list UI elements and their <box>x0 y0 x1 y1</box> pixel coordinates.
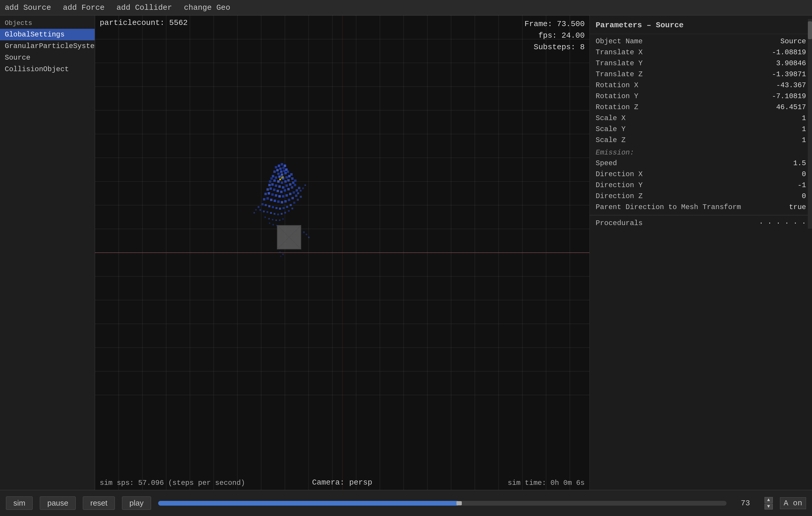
reset-button[interactable]: reset <box>83 496 115 510</box>
svg-rect-70 <box>281 201 283 204</box>
rotation-x-value[interactable]: -43.367 <box>759 81 806 89</box>
svg-rect-38 <box>289 183 291 186</box>
scrollbar-track[interactable] <box>808 19 812 229</box>
translate-y-value[interactable]: 3.90846 <box>759 59 806 67</box>
menu-add-collider[interactable]: add Collider <box>116 3 172 12</box>
svg-rect-89 <box>266 211 268 213</box>
panel-title: Parameters – Source <box>590 19 812 34</box>
svg-rect-79 <box>276 207 278 209</box>
direction-x-value[interactable]: 0 <box>759 170 806 178</box>
translate-x-value[interactable]: -1.08819 <box>759 48 806 56</box>
translate-z-value[interactable]: -1.39871 <box>759 70 806 78</box>
svg-rect-101 <box>279 219 281 221</box>
scale-z-row: Scale Z 1 <box>590 134 812 146</box>
svg-rect-95 <box>288 210 290 212</box>
menu-add-force[interactable]: add Force <box>63 3 105 12</box>
sidebar-section-objects: Objects <box>0 18 95 29</box>
svg-rect-90 <box>270 212 272 214</box>
svg-rect-6 <box>276 169 279 172</box>
svg-rect-68 <box>273 200 276 202</box>
timeline-thumb[interactable] <box>457 501 462 505</box>
menu-bar: add Source add Force add Collider change… <box>0 0 812 16</box>
svg-rect-115 <box>308 237 310 238</box>
svg-rect-93 <box>281 213 283 215</box>
pause-button[interactable]: pause <box>40 496 76 510</box>
sidebar-item-collision-object[interactable]: CollisionObject <box>0 63 95 75</box>
svg-rect-82 <box>286 206 288 208</box>
scale-x-value[interactable]: 1 <box>759 114 806 122</box>
viewport[interactable]: particlecount: 5562 Frame: 73.500 fps: 2… <box>95 16 589 490</box>
direction-y-label: Direction Y <box>596 181 759 189</box>
svg-rect-59 <box>296 189 298 191</box>
svg-rect-84 <box>293 202 295 204</box>
scrollbar-thumb[interactable] <box>808 21 812 39</box>
svg-rect-83 <box>290 204 292 206</box>
svg-rect-60 <box>298 187 300 189</box>
menu-change-geo[interactable]: change Geo <box>184 3 230 12</box>
rotation-y-value[interactable]: -7.10819 <box>759 92 806 100</box>
sidebar: Objects GlobalSettings GranularParticleS… <box>0 16 95 490</box>
translate-z-label: Translate Z <box>596 70 759 78</box>
svg-rect-44 <box>277 190 279 192</box>
svg-rect-67 <box>270 199 272 201</box>
substeps-label: Substeps: 8 <box>524 41 585 53</box>
sidebar-item-source[interactable]: Source <box>0 52 95 63</box>
bottom-bar: sim pause reset play 73 ▲ ▼ A on <box>0 490 812 516</box>
svg-rect-1 <box>278 164 280 167</box>
svg-rect-73 <box>291 197 294 199</box>
play-button[interactable]: play <box>122 496 151 510</box>
direction-z-label: Direction Z <box>596 192 759 200</box>
a-on-badge[interactable]: A on <box>780 497 806 509</box>
sidebar-item-global-settings[interactable]: GlobalSettings <box>0 29 95 40</box>
direction-y-value[interactable]: -1 <box>759 181 806 189</box>
sidebar-item-granular-particle-system[interactable]: GranularParticleSystem <box>0 40 95 52</box>
frame-down-arrow[interactable]: ▼ <box>764 504 773 510</box>
rotation-x-label: Rotation X <box>596 81 759 89</box>
svg-rect-103 <box>297 192 299 194</box>
svg-rect-46 <box>284 189 286 191</box>
svg-rect-111 <box>272 224 274 225</box>
svg-rect-48 <box>291 186 293 189</box>
scale-y-row: Scale Y 1 <box>590 124 812 134</box>
parent-direction-value[interactable]: true <box>759 203 806 211</box>
svg-rect-33 <box>271 183 273 186</box>
scale-z-value[interactable]: 1 <box>759 136 806 144</box>
frame-up-arrow[interactable]: ▲ <box>764 497 773 503</box>
svg-rect-26 <box>277 180 280 183</box>
svg-rect-108 <box>255 209 257 211</box>
object-name-value[interactable]: Source <box>759 37 806 45</box>
svg-rect-36 <box>282 186 284 189</box>
procedurals-row[interactable]: Procedurals · · · · · · <box>590 218 812 229</box>
svg-rect-92 <box>277 214 279 215</box>
svg-rect-10 <box>273 171 276 173</box>
timeline-container[interactable] <box>158 499 727 507</box>
svg-rect-107 <box>258 206 259 208</box>
translate-y-row: Translate Y 3.90846 <box>590 58 812 69</box>
speed-value[interactable]: 1.5 <box>759 159 806 167</box>
object-name-label: Object Name <box>596 37 759 45</box>
svg-rect-31 <box>291 177 293 180</box>
timeline-track[interactable] <box>158 501 727 506</box>
camera-label: Camera: persp <box>312 478 373 487</box>
svg-rect-52 <box>271 193 273 196</box>
svg-rect-28 <box>284 180 287 183</box>
menu-add-source[interactable]: add Source <box>5 3 51 12</box>
svg-rect-34 <box>275 184 277 187</box>
translate-x-row: Translate X -1.08819 <box>590 47 812 58</box>
translate-z-row: Translate Z -1.39871 <box>590 69 812 80</box>
rotation-z-value[interactable]: 46.4517 <box>759 103 806 111</box>
sim-button[interactable]: sim <box>6 496 33 510</box>
direction-z-row: Direction Z 0 <box>590 191 812 202</box>
direction-z-value[interactable]: 0 <box>759 192 806 200</box>
svg-rect-12 <box>281 174 283 176</box>
object-name-row: Object Name Source <box>590 36 812 47</box>
svg-rect-104 <box>300 190 301 191</box>
svg-rect-58 <box>293 191 295 194</box>
svg-rect-113 <box>303 231 305 233</box>
rotation-z-label: Rotation Z <box>596 103 759 111</box>
svg-rect-91 <box>273 213 276 215</box>
svg-rect-30 <box>269 180 271 183</box>
rotation-y-row: Rotation Y -7.10819 <box>590 91 812 102</box>
svg-rect-22 <box>288 175 291 177</box>
scale-y-value[interactable]: 1 <box>759 125 806 133</box>
